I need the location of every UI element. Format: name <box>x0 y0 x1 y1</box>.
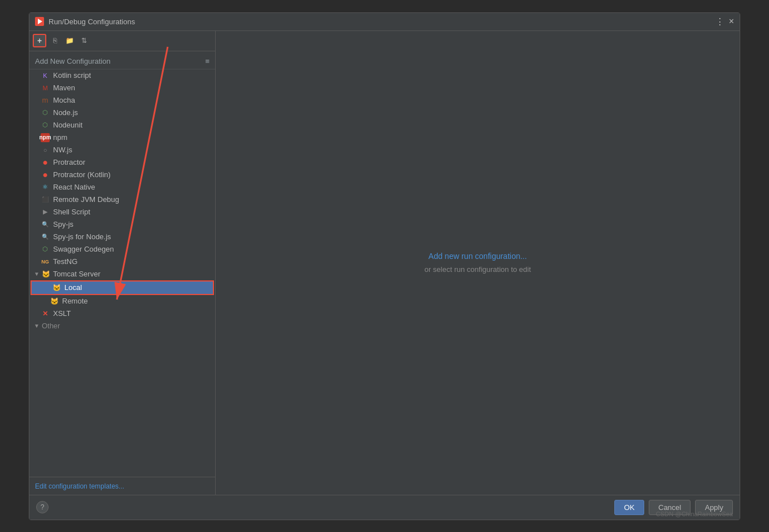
ok-button[interactable]: OK <box>614 500 644 515</box>
nodejs-icon: ⬡ <box>41 108 50 117</box>
sidebar-item-label: Swagger Codegen <box>53 245 114 253</box>
sidebar-item-other[interactable]: ▼ Other <box>29 320 215 332</box>
sidebar-item-label: npm <box>53 133 67 142</box>
sidebar-item-label: Remote <box>62 297 88 305</box>
sidebar-item-label: Maven <box>53 83 75 92</box>
sidebar-item-label: Local <box>64 283 82 292</box>
tomcat-chevron: ▼ <box>34 271 40 277</box>
sidebar-item-tomcat-server[interactable]: ▼ 🐱 Tomcat Server <box>29 268 215 280</box>
other-chevron: ▼ <box>34 323 40 329</box>
sidebar-item-shell-script[interactable]: ▶ Shell Script <box>29 206 215 218</box>
run-icon <box>35 17 44 26</box>
sidebar-item-label: Other <box>42 322 60 330</box>
react-icon: ⚛ <box>41 183 50 192</box>
sidebar-item-spy-js[interactable]: 🔍 Spy-js <box>29 218 215 231</box>
testng-icon: NG <box>41 257 50 266</box>
sidebar-item-label: Kotlin script <box>53 71 91 80</box>
dialog-title: Run/Debug Configurations <box>49 17 135 26</box>
sidebar-item-local[interactable]: 🐱 Local <box>30 280 214 295</box>
select-config-hint: or select run configuration to edit <box>425 265 531 274</box>
left-panel: + ⎘ 📁 ⇅ Add New Configuration ≡ <box>29 31 216 495</box>
sort-button[interactable]: ⇅ <box>78 34 90 47</box>
sidebar-item-testng[interactable]: NG TestNG <box>29 256 215 268</box>
nodeunit-icon: ⬡ <box>41 121 50 130</box>
sidebar-item-label: NW.js <box>53 146 72 154</box>
sidebar-item-label: Node.js <box>53 108 78 117</box>
local-tomcat-icon: 🐱 <box>52 283 61 292</box>
sidebar-item-mocha[interactable]: m Mocha <box>29 94 215 107</box>
sidebar-item-npm[interactable]: npm npm <box>29 131 215 144</box>
sidebar-item-remote[interactable]: 🐱 Remote <box>29 295 215 307</box>
shell-icon: ▶ <box>41 208 50 217</box>
title-bar-left: Run/Debug Configurations <box>35 17 135 26</box>
xslt-icon: ✕ <box>41 309 50 318</box>
add-run-config-link[interactable]: Add new run configuration... <box>429 252 527 261</box>
sidebar-item-label: Mocha <box>53 96 75 104</box>
sidebar-item-maven[interactable]: M Maven <box>29 82 215 94</box>
sidebar-item-label: XSLT <box>53 309 71 318</box>
add-new-config-header[interactable]: Add New Configuration ≡ <box>29 54 215 69</box>
options-icon[interactable]: ⋮ <box>715 16 724 27</box>
protractor-kotlin-icon: ● <box>41 170 50 179</box>
maven-icon: M <box>41 83 50 93</box>
folder-button[interactable]: 📁 <box>63 34 76 47</box>
spyjs-nodejs-icon: 🔍 <box>41 232 50 241</box>
close-button[interactable]: × <box>729 17 734 26</box>
sidebar-item-protractor-kotlin[interactable]: ● Protractor (Kotlin) <box>29 169 215 181</box>
mocha-icon: m <box>41 96 50 105</box>
copy-configuration-button[interactable]: ⎘ <box>49 34 61 47</box>
right-panel-hint: Add new run configuration... or select r… <box>425 252 531 274</box>
filter-icon: ≡ <box>205 57 209 65</box>
config-tree: Add New Configuration ≡ K Kotlin script … <box>29 51 215 477</box>
sidebar-item-kotlin-script[interactable]: K Kotlin script <box>29 69 215 82</box>
sidebar-item-label: Shell Script <box>53 208 90 216</box>
sidebar-item-spy-js-nodejs[interactable]: 🔍 Spy-js for Node.js <box>29 231 215 243</box>
bottom-left: ? <box>36 501 49 513</box>
remote-tomcat-icon: 🐱 <box>50 297 59 306</box>
sidebar-item-xslt[interactable]: ✕ XSLT <box>29 307 215 320</box>
sidebar-item-label: Tomcat Server <box>53 270 101 278</box>
sidebar-item-react-native[interactable]: ⚛ React Native <box>29 181 215 194</box>
right-panel: Add new run configuration... or select r… <box>216 31 740 495</box>
sidebar-item-label: Spy-js <box>53 220 73 228</box>
sidebar-item-label: Protractor <box>53 158 85 166</box>
help-button[interactable]: ? <box>36 501 49 513</box>
title-bar: Run/Debug Configurations ⋮ × <box>29 13 740 31</box>
tomcat-icon: 🐱 <box>42 270 51 279</box>
sidebar-item-label: Protractor (Kotlin) <box>53 170 111 179</box>
main-content: + ⎘ 📁 ⇅ Add New Configuration ≡ <box>29 31 740 495</box>
sidebar-item-remote-jvm-debug[interactable]: ⬛ Remote JVM Debug <box>29 194 215 206</box>
sidebar-item-swagger-codegen[interactable]: ⬡ Swagger Codegen <box>29 243 215 256</box>
protractor-icon: ● <box>41 158 50 167</box>
spyjs-icon: 🔍 <box>41 220 50 229</box>
bottom-bar: ? OK Cancel Apply <box>29 495 740 520</box>
toolbar: + ⎘ 📁 ⇅ <box>29 31 215 51</box>
npm-icon: npm <box>41 133 50 142</box>
sidebar-item-nodejs[interactable]: ⬡ Node.js <box>29 107 215 119</box>
sidebar-item-label: Spy-js for Node.js <box>53 232 111 241</box>
edit-templates-link[interactable]: Edit configuration templates... <box>35 482 124 490</box>
run-debug-dialog: Run/Debug Configurations ⋮ × + ⎘ 📁 <box>29 12 740 520</box>
sidebar-item-nwjs[interactable]: ○ NW.js <box>29 144 215 156</box>
sidebar-item-label: Remote JVM Debug <box>53 195 119 204</box>
add-new-config-label: Add New Configuration <box>35 57 111 65</box>
sidebar-item-label: Nodeunit <box>53 121 82 129</box>
kotlin-icon: K <box>41 71 50 80</box>
jvm-icon: ⬛ <box>41 195 50 204</box>
watermark: CSDN @ChinaRainbowSea <box>656 511 733 517</box>
nwjs-icon: ○ <box>41 146 50 155</box>
sidebar-item-label: TestNG <box>53 257 77 266</box>
sidebar-item-label: React Native <box>53 183 95 191</box>
sidebar-item-protractor[interactable]: ● Protractor <box>29 156 215 169</box>
left-panel-footer: Edit configuration templates... <box>29 477 215 495</box>
swagger-icon: ⬡ <box>41 245 50 254</box>
add-configuration-button[interactable]: + <box>33 34 46 47</box>
sidebar-item-nodeunit[interactable]: ⬡ Nodeunit <box>29 119 215 131</box>
